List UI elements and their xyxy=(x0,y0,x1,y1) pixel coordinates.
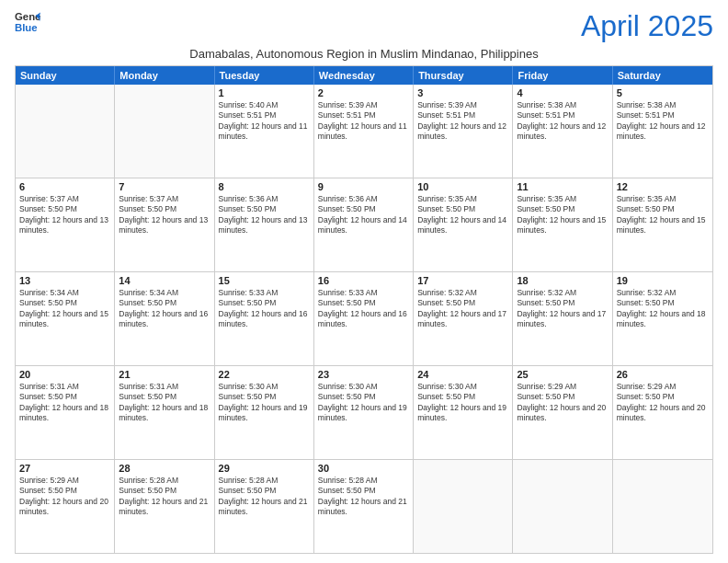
day-number: 24 xyxy=(417,369,508,380)
calendar-cell-r5-c4: 30Sunrise: 5:28 AM Sunset: 5:50 PM Dayli… xyxy=(314,460,414,553)
day-number: 4 xyxy=(517,87,608,98)
cell-text: Sunrise: 5:35 AM Sunset: 5:50 PM Dayligh… xyxy=(417,194,508,236)
cell-text: Sunrise: 5:32 AM Sunset: 5:50 PM Dayligh… xyxy=(617,288,709,330)
cell-text: Sunrise: 5:39 AM Sunset: 5:51 PM Dayligh… xyxy=(417,100,508,143)
calendar-cell-r5-c5 xyxy=(414,460,513,553)
calendar-cell-r1-c5: 3Sunrise: 5:39 AM Sunset: 5:51 PM Daylig… xyxy=(414,85,513,178)
cell-text: Sunrise: 5:33 AM Sunset: 5:50 PM Dayligh… xyxy=(219,288,310,330)
calendar-cell-r5-c6 xyxy=(513,460,612,553)
header-wednesday: Wednesday xyxy=(314,66,414,85)
calendar-cell-r4-c1: 20Sunrise: 5:31 AM Sunset: 5:50 PM Dayli… xyxy=(16,366,115,459)
calendar-cell-r4-c5: 24Sunrise: 5:30 AM Sunset: 5:50 PM Dayli… xyxy=(414,366,513,459)
subtitle: Damabalas, Autonomous Region in Muslim M… xyxy=(15,47,713,61)
day-number: 19 xyxy=(617,275,709,286)
calendar-cell-r1-c4: 2Sunrise: 5:39 AM Sunset: 5:51 PM Daylig… xyxy=(314,85,414,178)
day-number: 1 xyxy=(219,87,310,98)
calendar-row-3: 13Sunrise: 5:34 AM Sunset: 5:50 PM Dayli… xyxy=(16,271,712,365)
calendar-header: Sunday Monday Tuesday Wednesday Thursday… xyxy=(16,66,712,85)
cell-text: Sunrise: 5:29 AM Sunset: 5:50 PM Dayligh… xyxy=(517,382,608,424)
calendar-cell-r2-c7: 12Sunrise: 5:35 AM Sunset: 5:50 PM Dayli… xyxy=(613,178,712,271)
calendar-cell-r1-c2 xyxy=(115,85,214,178)
header-friday: Friday xyxy=(513,66,612,85)
title-section: April 2025 xyxy=(581,9,713,43)
cell-text: Sunrise: 5:33 AM Sunset: 5:50 PM Dayligh… xyxy=(318,288,409,330)
cell-text: Sunrise: 5:30 AM Sunset: 5:50 PM Dayligh… xyxy=(417,382,508,424)
cell-text: Sunrise: 5:28 AM Sunset: 5:50 PM Dayligh… xyxy=(219,476,310,518)
day-number: 21 xyxy=(119,369,210,380)
day-number: 8 xyxy=(219,181,310,192)
day-number: 10 xyxy=(417,181,508,192)
calendar-cell-r3-c2: 14Sunrise: 5:34 AM Sunset: 5:50 PM Dayli… xyxy=(115,272,214,365)
day-number: 22 xyxy=(219,369,310,380)
day-number: 27 xyxy=(19,463,110,474)
calendar-cell-r5-c3: 29Sunrise: 5:28 AM Sunset: 5:50 PM Dayli… xyxy=(215,460,314,553)
cell-text: Sunrise: 5:30 AM Sunset: 5:50 PM Dayligh… xyxy=(318,382,409,424)
cell-text: Sunrise: 5:38 AM Sunset: 5:51 PM Dayligh… xyxy=(617,100,709,143)
cell-text: Sunrise: 5:30 AM Sunset: 5:50 PM Dayligh… xyxy=(219,382,310,424)
calendar-cell-r2-c5: 10Sunrise: 5:35 AM Sunset: 5:50 PM Dayli… xyxy=(414,178,513,271)
day-number: 25 xyxy=(517,369,608,380)
calendar-cell-r5-c2: 28Sunrise: 5:28 AM Sunset: 5:50 PM Dayli… xyxy=(115,460,214,553)
day-number: 12 xyxy=(617,181,709,192)
calendar-cell-r2-c1: 6Sunrise: 5:37 AM Sunset: 5:50 PM Daylig… xyxy=(16,178,115,271)
calendar-cell-r4-c2: 21Sunrise: 5:31 AM Sunset: 5:50 PM Dayli… xyxy=(115,366,214,459)
day-number: 7 xyxy=(119,181,210,192)
day-number: 11 xyxy=(517,181,608,192)
cell-text: Sunrise: 5:38 AM Sunset: 5:51 PM Dayligh… xyxy=(517,100,608,143)
calendar-cell-r5-c7 xyxy=(613,460,712,553)
calendar-cell-r1-c7: 5Sunrise: 5:38 AM Sunset: 5:51 PM Daylig… xyxy=(613,85,712,178)
header-thursday: Thursday xyxy=(414,66,513,85)
day-number: 29 xyxy=(219,463,310,474)
cell-text: Sunrise: 5:28 AM Sunset: 5:50 PM Dayligh… xyxy=(119,476,210,518)
cell-text: Sunrise: 5:34 AM Sunset: 5:50 PM Dayligh… xyxy=(119,288,210,330)
calendar-cell-r5-c1: 27Sunrise: 5:29 AM Sunset: 5:50 PM Dayli… xyxy=(16,460,115,553)
cell-text: Sunrise: 5:29 AM Sunset: 5:50 PM Dayligh… xyxy=(19,476,110,518)
calendar-row-2: 6Sunrise: 5:37 AM Sunset: 5:50 PM Daylig… xyxy=(16,178,712,271)
calendar-cell-r2-c4: 9Sunrise: 5:36 AM Sunset: 5:50 PM Daylig… xyxy=(314,178,414,271)
day-number: 30 xyxy=(318,463,409,474)
day-number: 26 xyxy=(617,369,709,380)
day-number: 17 xyxy=(417,275,508,286)
day-number: 6 xyxy=(19,181,110,192)
calendar-cell-r2-c2: 7Sunrise: 5:37 AM Sunset: 5:50 PM Daylig… xyxy=(115,178,214,271)
calendar-cell-r2-c6: 11Sunrise: 5:35 AM Sunset: 5:50 PM Dayli… xyxy=(513,178,612,271)
cell-text: Sunrise: 5:39 AM Sunset: 5:51 PM Dayligh… xyxy=(318,100,409,143)
cell-text: Sunrise: 5:36 AM Sunset: 5:50 PM Dayligh… xyxy=(318,194,409,236)
calendar-cell-r3-c6: 18Sunrise: 5:32 AM Sunset: 5:50 PM Dayli… xyxy=(513,272,612,365)
cell-text: Sunrise: 5:35 AM Sunset: 5:50 PM Dayligh… xyxy=(617,194,709,236)
calendar-row-4: 20Sunrise: 5:31 AM Sunset: 5:50 PM Dayli… xyxy=(16,365,712,459)
cell-text: Sunrise: 5:40 AM Sunset: 5:51 PM Dayligh… xyxy=(219,100,310,143)
calendar-cell-r1-c1 xyxy=(16,85,115,178)
cell-text: Sunrise: 5:32 AM Sunset: 5:50 PM Dayligh… xyxy=(517,288,608,330)
calendar-cell-r1-c6: 4Sunrise: 5:38 AM Sunset: 5:51 PM Daylig… xyxy=(513,85,612,178)
calendar-cell-r3-c1: 13Sunrise: 5:34 AM Sunset: 5:50 PM Dayli… xyxy=(16,272,115,365)
day-number: 9 xyxy=(318,181,409,192)
calendar-cell-r3-c3: 15Sunrise: 5:33 AM Sunset: 5:50 PM Dayli… xyxy=(215,272,314,365)
cell-text: Sunrise: 5:31 AM Sunset: 5:50 PM Dayligh… xyxy=(119,382,210,424)
calendar: Sunday Monday Tuesday Wednesday Thursday… xyxy=(15,65,713,554)
calendar-cell-r4-c3: 22Sunrise: 5:30 AM Sunset: 5:50 PM Dayli… xyxy=(215,366,314,459)
cell-text: Sunrise: 5:31 AM Sunset: 5:50 PM Dayligh… xyxy=(19,382,110,424)
day-number: 5 xyxy=(617,87,709,98)
cell-text: Sunrise: 5:34 AM Sunset: 5:50 PM Dayligh… xyxy=(19,288,110,330)
day-number: 20 xyxy=(19,369,110,380)
month-title: April 2025 xyxy=(581,9,713,43)
day-number: 14 xyxy=(119,275,210,286)
day-number: 2 xyxy=(318,87,409,98)
day-number: 13 xyxy=(19,275,110,286)
cell-text: Sunrise: 5:37 AM Sunset: 5:50 PM Dayligh… xyxy=(119,194,210,236)
calendar-body: 1Sunrise: 5:40 AM Sunset: 5:51 PM Daylig… xyxy=(16,85,712,553)
day-number: 15 xyxy=(219,275,310,286)
cell-text: Sunrise: 5:35 AM Sunset: 5:50 PM Dayligh… xyxy=(517,194,608,236)
cell-text: Sunrise: 5:29 AM Sunset: 5:50 PM Dayligh… xyxy=(617,382,709,424)
logo: General Blue xyxy=(15,9,40,35)
calendar-cell-r4-c7: 26Sunrise: 5:29 AM Sunset: 5:50 PM Dayli… xyxy=(613,366,712,459)
cell-text: Sunrise: 5:28 AM Sunset: 5:50 PM Dayligh… xyxy=(318,476,409,518)
header-sunday: Sunday xyxy=(16,66,115,85)
logo-icon: General Blue xyxy=(15,9,40,35)
cell-text: Sunrise: 5:37 AM Sunset: 5:50 PM Dayligh… xyxy=(19,194,110,236)
calendar-row-5: 27Sunrise: 5:29 AM Sunset: 5:50 PM Dayli… xyxy=(16,459,712,553)
svg-text:General: General xyxy=(15,11,40,22)
day-number: 18 xyxy=(517,275,608,286)
calendar-cell-r3-c4: 16Sunrise: 5:33 AM Sunset: 5:50 PM Dayli… xyxy=(314,272,414,365)
